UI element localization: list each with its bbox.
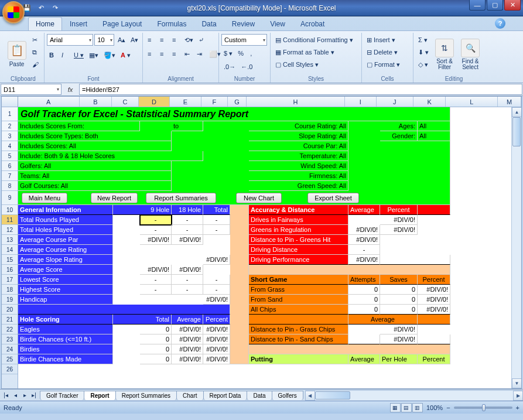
align-left-button[interactable]: ≡ xyxy=(145,48,157,60)
row-header-20[interactable]: 20 xyxy=(2,305,18,315)
row-header-5[interactable]: 5 xyxy=(2,151,18,161)
align-bottom-button[interactable]: ≡ xyxy=(170,34,182,46)
formula-input[interactable]: =Hidden!B27 xyxy=(79,84,522,95)
button-main-menu[interactable]: Main Menu xyxy=(22,193,67,203)
sheet-tab-golf-tracker[interactable]: Golf Tracker xyxy=(40,391,84,400)
sheet-nav-last[interactable]: ▸| xyxy=(29,391,39,400)
row-header-24[interactable]: 24 xyxy=(2,344,18,354)
row-header-23[interactable]: 23 xyxy=(2,334,18,344)
tab-view[interactable]: View xyxy=(262,17,293,30)
fill-color-button[interactable]: 🪣▾ xyxy=(101,49,118,61)
decrease-decimal-button[interactable]: ←.0 xyxy=(238,61,255,73)
cells-area[interactable]: Golf Tracker for Excel - Statistical Sum… xyxy=(18,107,511,388)
qat-undo-icon[interactable]: ↶ xyxy=(35,2,47,14)
align-middle-button[interactable]: ≡ xyxy=(158,34,169,46)
format-cells-button[interactable]: ▢ Format ▾ xyxy=(364,59,411,70)
tab-formulas[interactable]: Formulas xyxy=(149,17,194,30)
col-header-K[interactable]: K xyxy=(413,97,446,107)
font-color-button[interactable]: A▾ xyxy=(118,49,133,61)
copy-button[interactable]: ⧉ xyxy=(30,46,42,58)
row-header-9[interactable]: 9 xyxy=(2,191,18,205)
cell-styles-button[interactable]: ▢ Cell Styles ▾ xyxy=(273,59,359,70)
row-header-2[interactable]: 2 xyxy=(2,121,18,131)
button-new-chart[interactable]: New Chart xyxy=(236,193,282,203)
align-right-button[interactable]: ≡ xyxy=(170,48,182,60)
col-header-I[interactable]: I xyxy=(345,97,376,107)
paste-button[interactable]: 📋 Paste xyxy=(5,34,29,74)
view-page-layout-button[interactable]: ▤ xyxy=(401,403,412,412)
sheet-nav-prev[interactable]: ◂ xyxy=(11,391,20,400)
sheet-tab-golfers[interactable]: Golfers xyxy=(272,391,303,400)
format-as-table-button[interactable]: ▦ Format as Table ▾ xyxy=(273,46,359,58)
border-button[interactable]: ▦▾ xyxy=(87,49,101,61)
shrink-font-button[interactable]: A▾ xyxy=(128,34,140,46)
orientation-button[interactable]: ⟲▾ xyxy=(182,34,196,46)
row-header-25[interactable]: 25 xyxy=(2,354,18,364)
row-header-4[interactable]: 4 xyxy=(2,141,18,151)
sheet-tab-data[interactable]: Data xyxy=(247,391,272,400)
align-top-button[interactable]: ≡ xyxy=(145,34,157,46)
fx-button[interactable]: fx xyxy=(62,83,78,95)
italic-button[interactable]: I xyxy=(59,49,71,61)
row-header-16[interactable]: 16 xyxy=(2,265,18,275)
decrease-indent-button[interactable]: ⇤ xyxy=(182,48,194,60)
zoom-out-button[interactable]: − xyxy=(446,404,450,411)
col-header-M[interactable]: M xyxy=(498,97,521,107)
button-report-summaries[interactable]: Report Summaries xyxy=(146,193,216,203)
row-header-8[interactable]: 8 xyxy=(2,181,18,191)
row-header-22[interactable]: 22 xyxy=(2,325,18,334)
tab-acrobat[interactable]: Acrobat xyxy=(293,17,332,30)
view-page-break-button[interactable]: ▥ xyxy=(412,403,423,412)
sheet-tab-report-data[interactable]: Report Data xyxy=(203,391,248,400)
row-header-14[interactable]: 14 xyxy=(2,245,18,255)
format-painter-button[interactable]: 🖌 xyxy=(30,59,42,70)
col-header-A[interactable]: A xyxy=(18,97,80,107)
merge-button[interactable]: ⬜▾ xyxy=(207,48,218,60)
tab-insert[interactable]: Insert xyxy=(62,17,95,30)
help-icon[interactable]: ? xyxy=(495,18,505,29)
zoom-slider[interactable] xyxy=(454,407,512,409)
col-header-D[interactable]: D xyxy=(139,97,170,107)
delete-cells-button[interactable]: ⊟ Delete ▾ xyxy=(364,46,411,58)
maximize-button[interactable]: ▢ xyxy=(487,0,503,11)
zoom-in-button[interactable]: + xyxy=(516,404,519,411)
row-header-12[interactable]: 12 xyxy=(2,225,18,235)
sort-filter-button[interactable]: ⇅ Sort & Filter xyxy=(432,34,457,74)
name-box[interactable]: D11 xyxy=(1,84,61,95)
percent-button[interactable]: % xyxy=(235,47,247,59)
font-size-combo[interactable]: 10 xyxy=(94,34,114,46)
sheet-tab-report[interactable]: Report xyxy=(84,391,115,400)
currency-button[interactable]: $ ▾ xyxy=(221,47,235,59)
row-header-11[interactable]: 11 xyxy=(2,215,18,225)
row-header-13[interactable]: 13 xyxy=(2,235,18,245)
align-center-button[interactable]: ≡ xyxy=(158,48,169,60)
col-header-H[interactable]: H xyxy=(247,97,345,107)
font-name-combo[interactable]: Arial xyxy=(47,34,93,46)
row-header-18[interactable]: 18 xyxy=(2,285,18,295)
sheet-tab-report-summaries[interactable]: Report Summaries xyxy=(115,391,177,400)
bold-button[interactable]: B xyxy=(47,49,59,61)
underline-button[interactable]: U ▾ xyxy=(71,49,86,61)
sheet-nav-next[interactable]: ▸ xyxy=(20,391,29,400)
number-format-combo[interactable]: Custom xyxy=(221,34,267,46)
row-header-15[interactable]: 15 xyxy=(2,255,18,265)
col-header-L[interactable]: L xyxy=(446,97,498,107)
minimize-button[interactable]: — xyxy=(469,0,486,11)
scroll-up-button[interactable]: ▲ xyxy=(512,107,521,117)
comma-button[interactable]: , xyxy=(248,47,259,59)
row-header-26[interactable]: 26 xyxy=(2,364,18,374)
insert-cells-button[interactable]: ⊞ Insert ▾ xyxy=(364,34,411,46)
row-header-19[interactable]: 19 xyxy=(2,295,18,305)
sheet-nav-first[interactable]: |◂ xyxy=(1,391,11,400)
view-normal-button[interactable]: ▦ xyxy=(390,403,401,412)
tab-review[interactable]: Review xyxy=(224,17,262,30)
button-new-report[interactable]: New Report xyxy=(91,193,138,203)
col-header-C[interactable]: C xyxy=(112,97,139,107)
office-button[interactable] xyxy=(2,1,25,23)
row-header-1[interactable]: 1 xyxy=(2,107,18,121)
grow-font-button[interactable]: A▴ xyxy=(115,34,127,46)
tab-data[interactable]: Data xyxy=(194,17,224,30)
vertical-scrollbar[interactable]: ▲ ▼ xyxy=(511,107,521,388)
close-button[interactable]: ✕ xyxy=(504,0,521,11)
col-header-B[interactable]: B xyxy=(80,97,112,107)
